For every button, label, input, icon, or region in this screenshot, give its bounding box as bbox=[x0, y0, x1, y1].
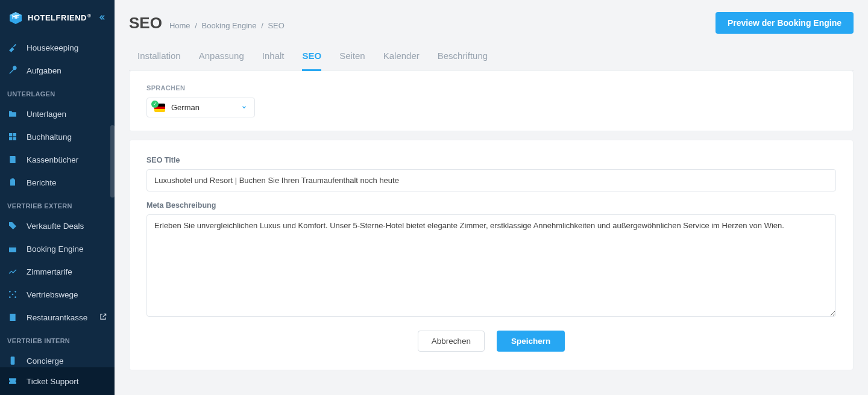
broom-icon bbox=[7, 42, 18, 53]
tab-beschriftung[interactable]: Beschriftung bbox=[438, 46, 488, 71]
preview-booking-engine-button[interactable]: Preview der Booking Engine bbox=[715, 12, 854, 34]
svg-point-14 bbox=[9, 296, 11, 298]
seo-title-label: SEO Title bbox=[146, 156, 836, 164]
brand-name: HOTELFRIEND® bbox=[28, 13, 91, 22]
meta-description-label: Meta Beschreibung bbox=[146, 201, 836, 210]
sidebar-scrollbar-thumb[interactable] bbox=[110, 125, 115, 198]
clipboard-icon bbox=[7, 177, 18, 188]
seo-form-panel: SEO Title Meta Beschreibung Abbrechen Sp… bbox=[129, 140, 854, 370]
grid-icon bbox=[7, 131, 18, 142]
sidebar-item-buchhaltung[interactable]: Buchhaltung bbox=[0, 125, 115, 148]
sidebar-item-label: Housekeeping bbox=[27, 43, 78, 52]
book-icon bbox=[7, 154, 18, 165]
tag-icon bbox=[7, 220, 18, 231]
save-button[interactable]: Speichern bbox=[497, 331, 565, 352]
svg-rect-10 bbox=[9, 246, 16, 247]
section-header-unterlagen: UNTERLAGEN bbox=[0, 82, 115, 102]
svg-point-15 bbox=[14, 296, 16, 298]
breadcrumb-item[interactable]: Home bbox=[169, 21, 190, 30]
section-header-vertrieb-extern: VERTRIEB EXTERN bbox=[0, 194, 115, 214]
language-panel: SPRACHEN ✓ German bbox=[129, 70, 854, 131]
breadcrumb-item: SEO bbox=[268, 21, 284, 30]
sidebar-scroll[interactable]: Housekeeping Aufgaben UNTERLAGEN Unterla… bbox=[0, 36, 115, 395]
sidebar-item-aufgaben[interactable]: Aufgaben bbox=[0, 59, 115, 82]
breadcrumb-item[interactable]: Booking Engine bbox=[201, 21, 256, 30]
svg-point-11 bbox=[12, 294, 14, 296]
tab-anpassung[interactable]: Anpassung bbox=[199, 46, 244, 71]
svg-rect-6 bbox=[13, 137, 16, 140]
svg-rect-5 bbox=[9, 137, 12, 140]
breadcrumb-separator: / bbox=[261, 21, 263, 30]
sidebar-item-label: Kassenbücher bbox=[27, 155, 78, 164]
svg-rect-8 bbox=[11, 178, 14, 180]
sidebar-item-ticket-support[interactable]: Ticket Support bbox=[0, 367, 115, 395]
meta-description-textarea[interactable] bbox=[146, 214, 836, 317]
svg-point-13 bbox=[14, 291, 16, 293]
chart-line-icon bbox=[7, 266, 18, 277]
ticket-icon bbox=[7, 376, 18, 387]
phone-icon bbox=[7, 355, 18, 366]
tab-seiten[interactable]: Seiten bbox=[339, 46, 365, 71]
sidebar-item-booking-engine[interactable]: Booking Engine bbox=[0, 237, 115, 260]
sidebar-item-label: Unterlagen bbox=[27, 110, 66, 119]
svg-rect-17 bbox=[11, 356, 15, 364]
svg-point-12 bbox=[9, 291, 11, 293]
sidebar-item-verkaufte-deals[interactable]: Verkaufte Deals bbox=[0, 214, 115, 237]
tab-inhalt[interactable]: Inhalt bbox=[262, 46, 285, 71]
sidebar-item-label: Buchhaltung bbox=[27, 132, 72, 142]
flag-de-icon: ✓ bbox=[154, 104, 165, 112]
svg-rect-3 bbox=[9, 133, 12, 136]
wrench-icon bbox=[7, 65, 18, 76]
tab-installation[interactable]: Installation bbox=[137, 46, 181, 71]
brand[interactable]: HF HOTELFRIEND® bbox=[8, 11, 91, 25]
calendar-check-icon bbox=[7, 243, 18, 254]
nodes-icon bbox=[7, 289, 18, 300]
sidebar-item-label: Booking Engine bbox=[27, 244, 84, 253]
svg-rect-16 bbox=[10, 314, 15, 321]
cancel-button[interactable]: Abbrechen bbox=[418, 331, 485, 352]
sidebar-item-label: Aufgaben bbox=[27, 66, 61, 75]
chevron-down-icon bbox=[241, 104, 247, 111]
collapse-sidebar-icon[interactable] bbox=[98, 12, 106, 25]
svg-text:HF: HF bbox=[12, 14, 19, 20]
page-title: SEO bbox=[129, 14, 162, 33]
sidebar-item-vertriebswege[interactable]: Vertriebswege bbox=[0, 283, 115, 306]
sidebar-item-label: Zimmertarife bbox=[27, 267, 72, 276]
tab-seo[interactable]: SEO bbox=[302, 46, 321, 71]
brand-logo-icon: HF bbox=[8, 11, 23, 25]
check-icon: ✓ bbox=[151, 101, 159, 108]
sidebar-footer: Ticket Support bbox=[0, 367, 115, 395]
sidebar-item-restaurantkasse[interactable]: Restaurantkasse bbox=[0, 306, 115, 329]
sidebar-item-berichte[interactable]: Berichte bbox=[0, 171, 115, 194]
breadcrumb: Home / Booking Engine / SEO bbox=[169, 21, 285, 30]
breadcrumb-separator: / bbox=[195, 21, 197, 30]
language-selected-value: German bbox=[171, 103, 200, 112]
topbar: SEO Home / Booking Engine / SEO Preview … bbox=[129, 0, 854, 40]
sidebar-item-label: Ticket Support bbox=[27, 377, 79, 386]
sidebar: HF HOTELFRIEND® Housekeeping Aufgaben UN… bbox=[0, 0, 115, 395]
receipt-icon bbox=[7, 312, 18, 323]
sidebar-item-unterlagen[interactable]: Unterlagen bbox=[0, 102, 115, 125]
tab-kalender[interactable]: Kalender bbox=[383, 46, 420, 71]
sidebar-item-label: Vertriebswege bbox=[27, 290, 78, 299]
svg-rect-7 bbox=[10, 179, 15, 186]
language-select[interactable]: ✓ German bbox=[146, 98, 255, 117]
sidebar-item-label: Concierge bbox=[27, 356, 64, 365]
main-content: SEO Home / Booking Engine / SEO Preview … bbox=[115, 0, 868, 395]
sidebar-item-label: Berichte bbox=[27, 178, 57, 187]
sidebar-item-label: Verkaufte Deals bbox=[27, 222, 84, 231]
brand-header: HF HOTELFRIEND® bbox=[0, 0, 115, 36]
tabs: Installation Anpassung Inhalt SEO Seiten… bbox=[129, 40, 854, 71]
folder-icon bbox=[7, 108, 18, 119]
sidebar-item-zimmertarife[interactable]: Zimmertarife bbox=[0, 260, 115, 283]
form-actions: Abbrechen Speichern bbox=[146, 331, 836, 356]
language-label: SPRACHEN bbox=[146, 84, 836, 92]
seo-title-input[interactable] bbox=[146, 169, 836, 191]
external-link-icon bbox=[99, 313, 107, 323]
svg-rect-4 bbox=[13, 133, 16, 136]
section-header-vertrieb-intern: VERTRIEB INTERN bbox=[0, 329, 115, 349]
sidebar-item-housekeeping[interactable]: Housekeeping bbox=[0, 36, 115, 59]
sidebar-item-label: Restaurantkasse bbox=[27, 313, 87, 322]
sidebar-item-kassenbuecher[interactable]: Kassenbücher bbox=[0, 148, 115, 171]
